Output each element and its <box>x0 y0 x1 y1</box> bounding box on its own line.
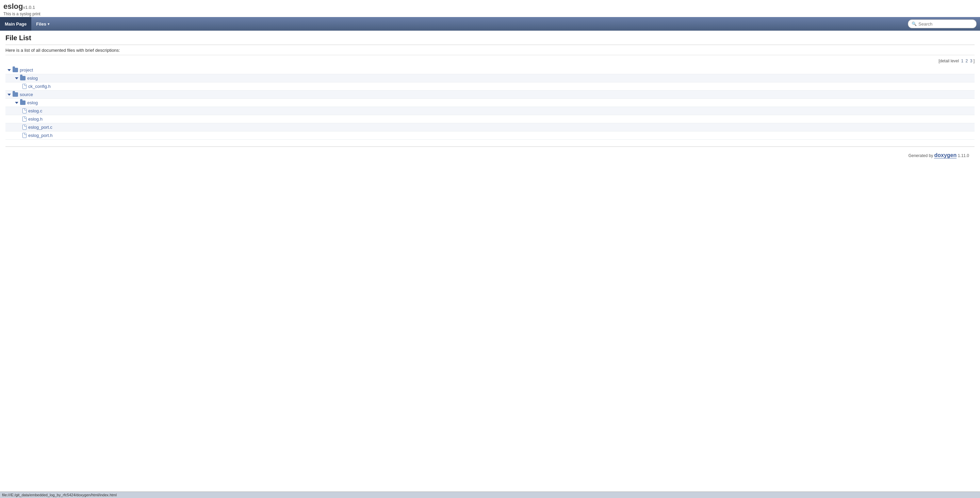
detail-level-1[interactable]: 1 <box>961 59 964 63</box>
footer: Generated by doxygen 1.11.0 <box>5 147 975 164</box>
table-row: eslog <box>5 99 975 107</box>
collapse-icon[interactable] <box>15 102 18 104</box>
nav-files[interactable]: Files ▾ <box>31 17 54 31</box>
detail-level-2[interactable]: 2 <box>966 59 968 63</box>
detail-level-label: [detail level <box>939 59 959 63</box>
table-row: eslog_port.c <box>5 123 975 131</box>
app-title: eslogv1.0.1 <box>3 2 977 11</box>
app-subtitle: This is a syslog print <box>3 11 977 16</box>
folder-icon <box>20 101 25 105</box>
file-list-description: Here is a list of all documented files w… <box>5 48 975 55</box>
file-icon <box>22 124 27 130</box>
file-description <box>900 123 975 131</box>
file-name-link[interactable]: eslog.h <box>28 117 43 121</box>
search-input[interactable] <box>918 21 973 27</box>
file-icon <box>22 109 27 113</box>
nav-main-page[interactable]: Main Page <box>0 17 31 31</box>
table-row: eslog_port.h <box>5 131 975 140</box>
folder-name-link[interactable]: eslog <box>27 76 38 81</box>
main-content: File List Here is a list of all document… <box>0 31 980 167</box>
file-icon <box>22 133 27 138</box>
file-name-link[interactable]: eslog_port.c <box>28 124 52 130</box>
file-description <box>900 74 975 83</box>
app-version: v1.0.1 <box>23 5 35 10</box>
doxygen-link[interactable]: doxygen <box>934 152 956 158</box>
table-row: source <box>5 91 975 99</box>
file-description <box>900 115 975 123</box>
detail-level-bar: [detail level 1 2 3 ] <box>5 57 975 65</box>
file-description <box>900 107 975 115</box>
file-icon <box>22 84 27 89</box>
table-row: project <box>5 66 975 74</box>
file-name-link[interactable]: ck_config.h <box>28 84 51 89</box>
page-title: File List <box>5 34 975 45</box>
detail-level-3[interactable]: 3 <box>970 59 972 63</box>
collapse-icon[interactable] <box>15 77 18 79</box>
file-description <box>900 66 975 74</box>
table-row: eslog.c <box>5 107 975 115</box>
folder-name-link[interactable]: source <box>20 92 33 97</box>
folder-name-link[interactable]: project <box>20 67 33 73</box>
file-tree: projecteslogck_config.hsourceeslogeslog.… <box>5 66 975 140</box>
folder-icon <box>20 76 25 80</box>
nav-main-page-label: Main Page <box>5 21 27 27</box>
file-description <box>900 99 975 107</box>
nav-files-dropdown-icon: ▾ <box>48 22 49 26</box>
file-name-link[interactable]: eslog.c <box>28 109 42 113</box>
footer-doxygen-version: 1.11.0 <box>958 153 969 158</box>
search-icon: 🔍 <box>912 21 917 26</box>
table-row: ck_config.h <box>5 83 975 91</box>
file-description <box>900 91 975 99</box>
folder-name-link[interactable]: eslog <box>27 100 38 105</box>
collapse-icon[interactable] <box>8 69 11 71</box>
file-description <box>900 83 975 91</box>
footer-generated-by: Generated by <box>908 153 933 158</box>
detail-level-suffix: ] <box>974 59 975 63</box>
search-box[interactable]: 🔍 <box>908 19 977 28</box>
file-name-link[interactable]: eslog_port.h <box>28 133 53 138</box>
navbar: Main Page Files ▾ 🔍 <box>0 17 980 31</box>
table-row: eslog.h <box>5 115 975 123</box>
folder-icon <box>13 92 18 97</box>
header-title-area: eslogv1.0.1 This is a syslog print <box>0 0 980 17</box>
nav-files-label: Files <box>36 21 46 27</box>
collapse-icon[interactable] <box>8 94 11 96</box>
table-row: eslog <box>5 74 975 83</box>
app-title-text: eslog <box>3 2 23 11</box>
folder-icon <box>13 68 18 72</box>
file-tree-body: projecteslogck_config.hsourceeslogeslog.… <box>5 66 975 140</box>
file-icon <box>22 117 27 121</box>
file-description <box>900 131 975 140</box>
